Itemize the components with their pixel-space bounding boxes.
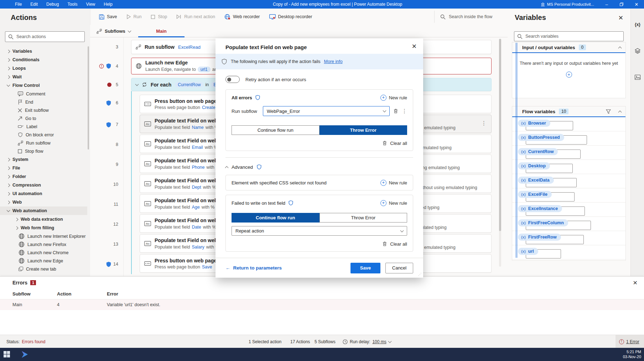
cancel-button[interactable]: Cancel [385,263,413,273]
return-to-parameters-link[interactable]: ←Return to parameters [225,265,282,271]
advanced-expander[interactable]: Advanced [225,163,413,171]
variable-row-desktop[interactable]: (x)Desktop [512,160,625,174]
tree-group-flow-control[interactable]: Flow Control [0,81,87,90]
collapse-icon[interactable] [618,46,622,50]
variable-pill[interactable]: (x)FirstFreeColumn [518,219,568,226]
tree-item-stop-flow[interactable]: Stop flow [0,147,87,155]
run-button[interactable]: Run [126,14,142,19]
filter-icon[interactable] [606,109,611,114]
tree-item-end[interactable]: End [0,98,87,106]
search-variables-input[interactable]: Search variables [514,31,624,41]
variable-row-browser[interactable]: (x)Browser [512,117,625,131]
desktop-recorder-button[interactable]: Desktop recorder [269,14,312,20]
clear-all-button[interactable]: Clear all [232,241,407,247]
web-recorder-button[interactable]: Web recorder [224,14,260,20]
actions-scrollbar[interactable] [88,46,89,150]
variable-pill[interactable]: (x)ExcelInstance [518,205,562,212]
taskbar-clock[interactable]: 5:21 PM 03-Nov-20 [623,349,641,359]
run-subflow-select[interactable]: WebPage_Error [263,106,390,116]
chevron-down-icon[interactable] [135,82,139,86]
more-options-icon[interactable]: ⋮ [402,108,407,114]
variable-row-url[interactable]: (x)url [512,245,625,260]
tree-item-create-new-tab[interactable]: Create new tab [0,265,87,273]
subflows-dropdown[interactable]: Subflows [97,25,131,37]
variable-pill[interactable]: (x)ExcelFile [518,191,552,198]
tree-group-web-automation[interactable]: Web automation [0,206,87,215]
power-automate-taskbar-icon[interactable] [21,350,29,359]
continue-flow-run-option[interactable]: Continue flow run [232,213,320,223]
tree-item-launch-new-edge[interactable]: Launch new Edge [0,257,87,265]
tree-item-go-to[interactable]: Go to [0,114,87,122]
continue-flow-run-option[interactable]: Continue flow run [232,125,320,135]
run-next-action-button[interactable]: Run next action [176,14,215,19]
run-delay-control[interactable]: Run delay: 100 ms [343,335,391,348]
variable-pill[interactable]: (x)ExcelData [518,177,554,184]
tree-group-folder[interactable]: Folder [0,172,87,181]
tree-item-run-subflow[interactable]: Run subflow [0,139,87,147]
menu-help[interactable]: Help [100,0,116,9]
tree-group-loops[interactable]: Loops [0,64,87,73]
collapse-icon[interactable] [618,110,622,114]
retry-toggle[interactable] [225,76,240,83]
close-button[interactable]: ✕ [629,0,644,9]
more-options-icon[interactable]: ⋮ [481,120,487,126]
images-pane-icon[interactable] [631,71,644,83]
error-action-select[interactable]: Repeat action [232,226,407,236]
tree-group-system[interactable]: System [0,155,87,164]
variable-pill[interactable]: (x)FirstFreeRow [518,234,561,241]
tree-group-conditionals[interactable]: Conditionals [0,56,87,64]
io-variables-header[interactable]: Input / output variables 0 [512,42,625,53]
new-rule-button[interactable]: +New rule [380,95,407,101]
variable-row-buttonpressed[interactable]: (x)ButtonPressed [512,131,625,146]
menu-debug[interactable]: Debug [43,0,62,9]
breakpoint-icon[interactable] [107,83,111,87]
dialog-close-button[interactable]: ✕ [412,43,417,50]
flow-variables-header[interactable]: Flow variables 10 [512,106,625,117]
variable-row-exceldata[interactable]: (x)ExcelData [512,174,625,188]
new-rule-button[interactable]: +New rule [380,200,407,206]
tree-group-web[interactable]: Web [0,198,87,206]
tree-item-launch-new-internet-explorer[interactable]: Launch new Internet Explorer [0,232,87,240]
start-button[interactable] [4,351,10,357]
tree-group-compression[interactable]: Compression [0,181,87,189]
variable-pill[interactable]: (x)CurrentRow [518,148,558,155]
tree-item-on-block-error[interactable]: On block error [0,131,87,139]
stop-button[interactable]: Stop [151,14,167,19]
variable-pill[interactable]: (x)Browser [518,120,550,127]
variable-row-excelinstance[interactable]: (x)ExcelInstance [512,203,625,217]
tree-group-web-form-filling[interactable]: Web form filling [0,224,87,232]
delete-rule-icon[interactable] [393,109,398,114]
variable-row-currentrow[interactable]: (x)CurrentRow [512,146,625,160]
search-actions-input[interactable]: Search actions [5,31,85,42]
tree-item-launch-new-firefox[interactable]: Launch new Firefox [0,240,87,248]
variable-pill[interactable]: (x)url [518,248,538,255]
errors-close-button[interactable]: ✕ [633,279,638,286]
errors-table-row[interactable]: Main4Variable 'url1' doesn't exist. [0,299,644,310]
tree-group-ui-automation[interactable]: UI automation [0,189,87,198]
variable-pill[interactable]: url1 [198,67,211,72]
tree-item-launch-new-chrome[interactable]: Launch new Chrome [0,248,87,257]
save-button[interactable]: Save [99,14,117,20]
variable-pill[interactable]: CurrentRow [175,82,203,88]
tree-group-web-data-extraction[interactable]: Web data extraction [0,215,87,224]
tree-item-comment[interactable]: Comment [0,90,87,98]
menu-tools[interactable]: Tools [64,0,81,9]
throw-error-option[interactable]: Throw Error [320,213,407,223]
variables-close-button[interactable]: ✕ [618,14,623,22]
add-io-variable-button[interactable]: + [566,72,572,78]
menu-edit[interactable]: Edit [27,0,41,9]
search-flow-input[interactable]: Search inside the flow [434,11,505,23]
variable-pill[interactable]: (x)Desktop [518,162,550,169]
clear-all-button[interactable]: Clear all [232,140,407,146]
throw-error-option[interactable]: Throw Error [320,125,407,135]
tree-group-wait[interactable]: Wait [0,73,87,81]
tree-group-file[interactable]: File [0,164,87,172]
tree-item-exit-subflow[interactable]: Exit subflow [0,106,87,114]
menu-file[interactable]: File [11,0,25,9]
menu-view[interactable]: View [82,0,99,9]
org-badge[interactable]: MS Personal Productivit... [541,2,594,6]
flow-scrollbar[interactable] [499,39,501,267]
ui-elements-pane-icon[interactable] [631,45,644,57]
restore-button[interactable] [614,0,629,9]
minimize-button[interactable]: – [599,0,614,9]
